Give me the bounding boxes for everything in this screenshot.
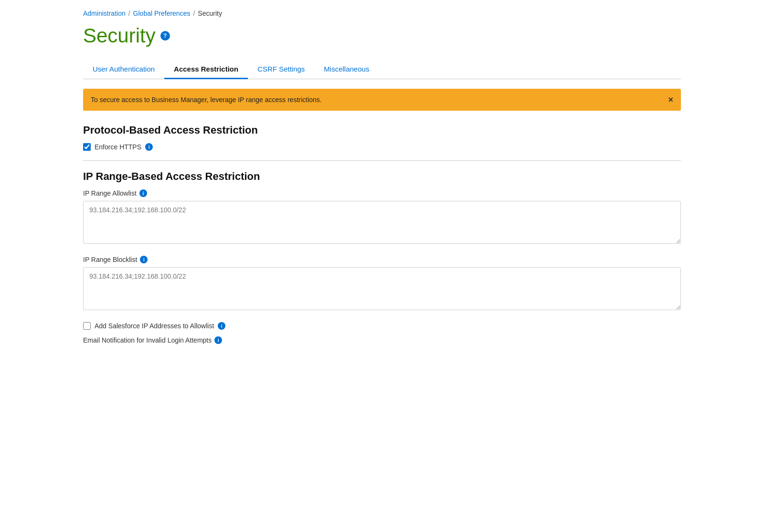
blocklist-label: IP Range Blocklist (83, 256, 137, 263)
enforce-https-checkbox[interactable] (83, 143, 91, 151)
breadcrumb-sep-2: / (193, 10, 195, 17)
page-title-row: Security ? (83, 25, 681, 47)
tab-miscellaneous[interactable]: Miscellaneous (314, 60, 379, 79)
allowlist-textarea[interactable] (83, 201, 681, 244)
breadcrumb-administration[interactable]: Administration (83, 10, 126, 17)
alert-close-button[interactable]: × (668, 95, 673, 104)
tab-csrf-settings[interactable]: CSRF Settings (248, 60, 314, 79)
help-icon[interactable]: ? (160, 31, 170, 41)
tabs-container: User Authentication Access Restriction C… (83, 60, 681, 79)
salesforce-ip-label: Add Salesforce IP Addresses to Allowlist (95, 322, 214, 330)
salesforce-ip-row: Add Salesforce IP Addresses to Allowlist… (83, 322, 681, 330)
breadcrumb-sep-1: / (128, 10, 130, 17)
page-title: Security (83, 25, 156, 47)
salesforce-ip-checkbox[interactable] (83, 322, 91, 330)
alert-message: To secure access to Business Manager, le… (91, 96, 322, 104)
breadcrumb: Administration / Global Preferences / Se… (83, 10, 681, 17)
tab-access-restriction[interactable]: Access Restriction (164, 60, 248, 79)
allowlist-label: IP Range Allowlist (83, 189, 137, 197)
enforce-https-row: Enforce HTTPS i (83, 143, 681, 151)
breadcrumb-current: Security (198, 10, 222, 17)
tab-user-authentication[interactable]: User Authentication (83, 60, 164, 79)
allowlist-label-row: IP Range Allowlist i (83, 189, 681, 197)
enforce-https-info-icon[interactable]: i (145, 143, 153, 151)
blocklist-field-group: IP Range Blocklist i (83, 256, 681, 312)
ip-range-section-title: IP Range-Based Access Restriction (83, 170, 681, 183)
email-notification-info-icon[interactable]: i (214, 336, 222, 344)
enforce-https-label: Enforce HTTPS (95, 143, 141, 151)
blocklist-textarea[interactable] (83, 267, 681, 310)
allowlist-field-group: IP Range Allowlist i (83, 189, 681, 245)
email-notification-label: Email Notification for Invalid Login Att… (83, 336, 212, 344)
section-divider (83, 160, 681, 161)
email-notification-row: Email Notification for Invalid Login Att… (83, 336, 681, 344)
content-area: To secure access to Business Manager, le… (83, 79, 681, 344)
blocklist-label-row: IP Range Blocklist i (83, 256, 681, 263)
alert-banner: To secure access to Business Manager, le… (83, 89, 681, 111)
blocklist-info-icon[interactable]: i (140, 256, 148, 263)
breadcrumb-global-preferences[interactable]: Global Preferences (133, 10, 191, 17)
allowlist-info-icon[interactable]: i (139, 189, 147, 197)
protocol-section-title: Protocol-Based Access Restriction (83, 124, 681, 136)
salesforce-ip-info-icon[interactable]: i (218, 322, 225, 330)
